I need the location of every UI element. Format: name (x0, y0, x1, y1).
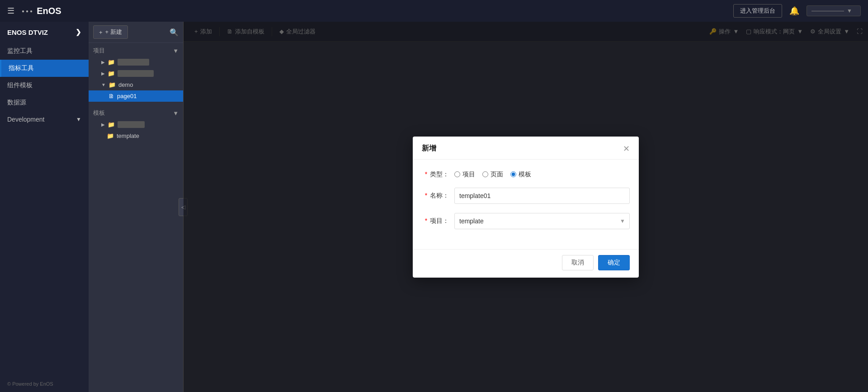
dropdown-arrow-icon: ▼ (847, 8, 852, 14)
sidebar-expand-icon[interactable]: ❯ (75, 28, 81, 36)
tree-item-template[interactable]: 📁 template (89, 130, 183, 142)
sidebar-item-datasource[interactable]: 数据源 (0, 94, 89, 111)
user-name: —————— (811, 8, 844, 14)
sidebar-item-metrics[interactable]: 指标工具 (0, 60, 89, 77)
logo: ●●● EnOS (22, 6, 61, 16)
main-body: ENOS DTVIZ ❯ 监控工具 指标工具 组件模板 数据源 Developm… (0, 22, 868, 392)
tree-item-demo[interactable]: ▼ 📁 demo (89, 79, 183, 90)
type-label: * 类型： (422, 170, 449, 179)
new-button[interactable]: + + 新建 (93, 25, 128, 39)
dialog-close-button[interactable]: ✕ (623, 144, 630, 154)
radio-project[interactable]: 项目 (454, 170, 475, 179)
admin-button[interactable]: 进入管理后台 (733, 4, 782, 18)
form-row-name: * 名称： (422, 188, 630, 204)
tree-item-blurred-2[interactable]: ▶ 📁 (89, 68, 183, 79)
required-star-type: * (425, 170, 427, 178)
content-area: + 添加 🗎 添加自模板 ◆ 全局过滤器 🔑 操作 ▼ ▢ (184, 22, 868, 392)
modal-overlay: 新增 ✕ * 类型： 项目 (184, 22, 868, 392)
search-button[interactable]: 🔍 (170, 28, 179, 37)
hamburger-icon[interactable]: ☰ (7, 6, 14, 16)
tree-item-page01[interactable]: 🗎 page01 (89, 90, 183, 102)
folder-icon-tblurred: 📁 (108, 121, 115, 128)
cancel-button[interactable]: 取消 (562, 255, 594, 270)
nav-left: ☰ ●●● EnOS (7, 6, 61, 16)
logo-text: EnOS (37, 6, 61, 16)
radio-project-input[interactable] (454, 171, 460, 177)
add-dialog: 新增 ✕ * 类型： 项目 (413, 137, 639, 278)
sidebar-item-development[interactable]: Development ▼ (0, 111, 89, 128)
name-label: * 名称： (422, 192, 449, 200)
section-projects-header: 项目 ▼ (89, 43, 183, 57)
form-row-project: * 项目： template demo ▼ (422, 213, 630, 229)
section-templates-collapse-icon[interactable]: ▼ (173, 110, 179, 117)
nav-right: 进入管理后台 🔔 —————— ▼ (733, 4, 861, 18)
required-star-project: * (425, 217, 427, 224)
sidebar-item-monitor[interactable]: 监控工具 (0, 43, 89, 60)
panel-toolbar: + + 新建 🔍 (89, 22, 183, 43)
dialog-header: 新增 ✕ (413, 137, 639, 160)
tree-arrow-icon: ▶ (101, 60, 105, 65)
sidebar-title: ENOS DTVIZ ❯ (0, 22, 89, 43)
logo-dots: ●●● (22, 9, 34, 14)
sidebar-item-components[interactable]: 组件模板 (0, 77, 89, 94)
confirm-button[interactable]: 确定 (598, 255, 630, 270)
type-radio-group: 项目 页面 模板 (454, 170, 531, 179)
dialog-footer: 取消 确定 (413, 249, 639, 278)
development-chevron-icon: ▼ (76, 116, 81, 123)
tree-arrow-icon-2: ▶ (101, 71, 105, 76)
plus-icon: + (99, 29, 103, 36)
folder-icon-2: 📁 (108, 70, 115, 77)
top-nav: ☰ ●●● EnOS 进入管理后台 🔔 —————— ▼ (0, 0, 868, 22)
tree-arrow-tblurred-icon: ▶ (101, 122, 105, 127)
project-label: * 项目： (422, 217, 449, 225)
radio-template[interactable]: 模板 (510, 170, 531, 179)
name-input[interactable] (454, 188, 630, 204)
sidebar-footer: © Powered by EnOS (0, 376, 89, 392)
tree-item-blurred-1[interactable]: ▶ 📁 (89, 57, 183, 68)
radio-page-input[interactable] (482, 171, 488, 177)
folder-icon-demo: 📁 (108, 81, 116, 88)
bell-icon[interactable]: 🔔 (789, 6, 799, 16)
project-select[interactable]: template demo (454, 213, 630, 229)
form-row-type: * 类型： 项目 页面 (422, 170, 630, 179)
radio-template-input[interactable] (510, 171, 516, 177)
radio-page[interactable]: 页面 (482, 170, 503, 179)
required-star-name: * (425, 192, 427, 199)
tree-arrow-demo-icon: ▼ (101, 82, 106, 87)
tree-item-template-blurred[interactable]: ▶ 📁 (89, 119, 183, 130)
user-dropdown[interactable]: —————— ▼ (807, 5, 861, 16)
dialog-title: 新增 (422, 144, 436, 153)
folder-icon: 📁 (108, 59, 115, 66)
section-templates-header: 模板 ▼ (89, 105, 183, 119)
sidebar: ENOS DTVIZ ❯ 监控工具 指标工具 组件模板 数据源 Developm… (0, 22, 89, 392)
section-projects-collapse-icon[interactable]: ▼ (173, 47, 179, 54)
folder-icon-template: 📁 (107, 132, 114, 139)
dialog-body: * 类型： 项目 页面 (413, 160, 639, 249)
file-panel: + + 新建 🔍 项目 ▼ ▶ 📁 ▶ 📁 ▼ 📁 demo (89, 22, 184, 392)
project-select-wrapper: template demo ▼ (454, 213, 630, 229)
page-icon: 🗎 (108, 93, 114, 99)
